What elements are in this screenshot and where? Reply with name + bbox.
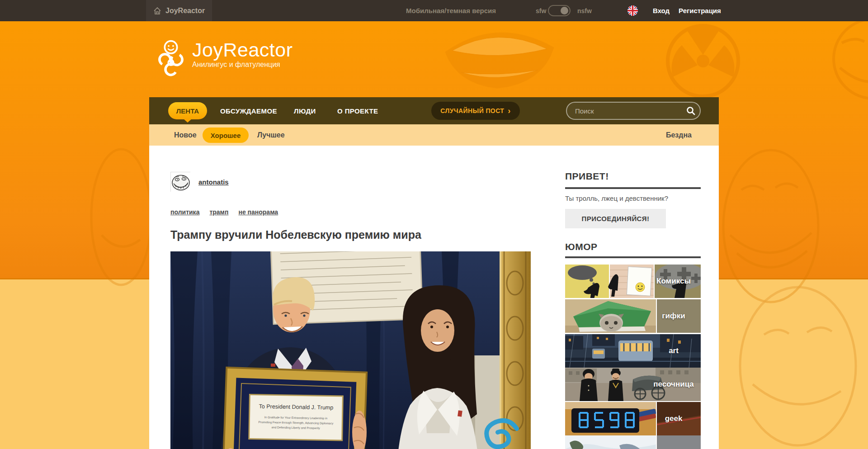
feed-filter-bar: Новое Хорошее Лучшее Бездна	[149, 124, 719, 146]
top-bar: JoyReactor Мобильная/темная версия sfw n…	[0, 0, 868, 21]
humor-label-comics: Комиксы	[648, 265, 699, 298]
login-link[interactable]: Вход	[653, 0, 670, 21]
join-button[interactable]: ПРИСОЕДИНЯЙСЯ!	[565, 209, 666, 228]
uk-flag-icon[interactable]	[627, 5, 638, 16]
humor-category-art[interactable]: art	[565, 334, 701, 368]
bottom-right-face-doodle	[740, 287, 856, 445]
humor-category-gifs[interactable]: гифки	[565, 299, 701, 333]
logo-title: JoyReactor	[192, 40, 292, 60]
nav-tab-about[interactable]: О ПРОЕКТЕ	[337, 97, 378, 124]
sfw-nsfw-toggle[interactable]	[548, 5, 571, 16]
search-icon	[686, 106, 695, 115]
random-post-label: СЛУЧАЙНЫЙ ПОСТ	[440, 107, 504, 114]
filter-new[interactable]: Новое	[174, 124, 197, 146]
tag-not-panorama[interactable]: не панорама	[238, 208, 278, 216]
main-navigation: ЛЕНТА ОБСУЖДАЕМОЕ ЛЮДИ О ПРОЕКТЕ СЛУЧАЙН…	[149, 97, 719, 124]
divider	[565, 256, 701, 258]
search-box	[566, 102, 701, 120]
post-title: Трампу вручили Нобелевскую премию мира	[170, 228, 421, 241]
post-header: antonatis	[170, 172, 229, 192]
sidebar-humor-title: ЮМОР	[565, 241, 598, 252]
humor-label-geek: geek	[648, 402, 699, 435]
filter-good-active[interactable]: Хорошее	[203, 128, 249, 143]
photo-illustration: To President Donald J. Trump In Gratitud…	[170, 251, 531, 449]
humor-category-comics[interactable]: Комиксы	[565, 265, 701, 298]
nav-tab-lenta[interactable]: ЛЕНТА	[168, 102, 207, 119]
mobile-dark-version-link[interactable]: Мобильная/темная версия	[406, 0, 496, 21]
random-post-button[interactable]: СЛУЧАЙНЫЙ ПОСТ ›	[431, 102, 520, 120]
humor-label-partial	[648, 435, 699, 449]
topbar-home-button[interactable]: JoyReactor	[146, 0, 212, 21]
home-icon	[153, 7, 161, 15]
nav-tab-discussed[interactable]: ОБСУЖДАЕМОЕ	[220, 97, 277, 124]
filter-abyss[interactable]: Бездна	[666, 124, 692, 146]
humor-label-sandbox: песочница	[648, 368, 699, 401]
sidebar-greeting-text: Ты тролль, лжец и девственник?	[565, 194, 668, 202]
register-link[interactable]: Регистрация	[679, 0, 721, 21]
content-area: antonatis политика трамп не панорама Тра…	[149, 146, 719, 449]
divider	[565, 187, 701, 189]
post-photo-trump-nobel[interactable]: To President Donald J. Trump In Gratitud…	[170, 251, 531, 449]
joyreactor-page: JoyReactor Мобильная/темная версия sfw n…	[0, 0, 868, 449]
topbar-home-label: JoyReactor	[165, 7, 205, 15]
post-author-link[interactable]: antonatis	[198, 178, 229, 186]
toggle-knob	[561, 7, 568, 14]
tag-trump[interactable]: трамп	[209, 208, 228, 216]
biohazard-smiley-icon	[156, 40, 186, 77]
logo-tagline: Анилингус и флатуленция	[192, 61, 292, 69]
humor-category-sandbox[interactable]: песочница	[565, 368, 701, 401]
certificate-title: To President Donald J. Trump	[259, 403, 334, 411]
sidebar-greeting-title: ПРИВЕТ!	[565, 171, 609, 182]
search-input[interactable]	[567, 107, 682, 115]
humor-category-geek[interactable]: geek	[565, 402, 701, 435]
site-logo[interactable]: JoyReactor Анилингус и флатуленция	[156, 40, 292, 77]
user-avatar-trollface[interactable]	[170, 172, 190, 192]
humor-label-art: art	[648, 334, 699, 368]
humor-category-partial[interactable]	[565, 435, 701, 449]
nav-tab-people[interactable]: ЛЮДИ	[294, 97, 316, 124]
search-button[interactable]	[682, 102, 700, 120]
post-tags: политика трамп не панорама	[170, 208, 278, 216]
tag-politics[interactable]: политика	[170, 208, 199, 216]
nsfw-label: nsfw	[577, 0, 592, 21]
humor-label-gifs: гифки	[648, 299, 699, 333]
sfw-label: sfw	[536, 0, 546, 21]
chevron-right-icon: ›	[508, 106, 510, 116]
filter-best[interactable]: Лучшее	[257, 124, 285, 146]
